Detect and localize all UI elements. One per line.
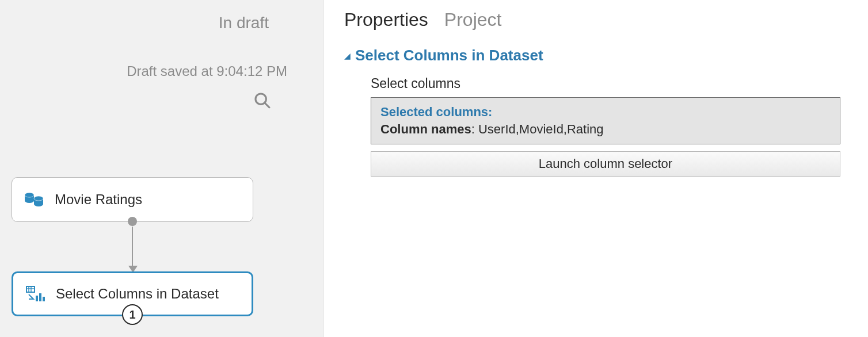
svg-point-4	[25, 198, 34, 203]
collapse-triangle-icon[interactable]: ◢	[344, 51, 351, 60]
svg-point-7	[34, 202, 43, 206]
selected-columns-row: Column names: UserId,MovieId,Rating	[380, 122, 831, 137]
draft-status-label: In draft	[219, 14, 269, 32]
select-columns-icon	[24, 285, 47, 302]
svg-rect-16	[43, 297, 45, 301]
svg-line-1	[265, 103, 270, 108]
svg-rect-15	[39, 293, 41, 301]
output-port[interactable]	[128, 217, 137, 226]
module-node-select-columns[interactable]: Select Columns in Dataset 1	[12, 271, 253, 316]
svg-rect-10	[26, 286, 35, 292]
connector-line	[132, 227, 133, 268]
panel-tabs: Properties Project	[344, 9, 840, 30]
properties-panel: Properties Project ◢ Select Columns in D…	[323, 0, 868, 337]
dataset-node-movie-ratings[interactable]: Movie Ratings	[12, 177, 253, 222]
selected-columns-box: Selected columns: Column names: UserId,M…	[371, 97, 840, 144]
dataset-icon	[22, 190, 45, 209]
column-names-label: Column names	[380, 122, 471, 136]
tab-project[interactable]: Project	[444, 9, 502, 30]
tab-properties[interactable]: Properties	[344, 9, 428, 30]
experiment-canvas[interactable]: In draft Draft saved at 9:04:12 PM	[0, 0, 323, 337]
field-label-select-columns: Select columns	[371, 76, 840, 91]
svg-rect-14	[36, 296, 38, 301]
section-header[interactable]: ◢ Select Columns in Dataset	[344, 47, 840, 64]
output-port-badge[interactable]: 1	[122, 304, 143, 325]
search-icon[interactable]	[253, 91, 272, 113]
selected-columns-header: Selected columns:	[380, 105, 831, 120]
node-label: Select Columns in Dataset	[56, 286, 219, 302]
node-label: Movie Ratings	[55, 192, 142, 208]
column-names-value: : UserId,MovieId,Rating	[471, 122, 604, 136]
draft-saved-label: Draft saved at 9:04:12 PM	[127, 63, 287, 79]
launch-column-selector-button[interactable]: Launch column selector	[371, 151, 840, 177]
section-title: Select Columns in Dataset	[355, 47, 543, 64]
svg-point-0	[256, 94, 266, 104]
